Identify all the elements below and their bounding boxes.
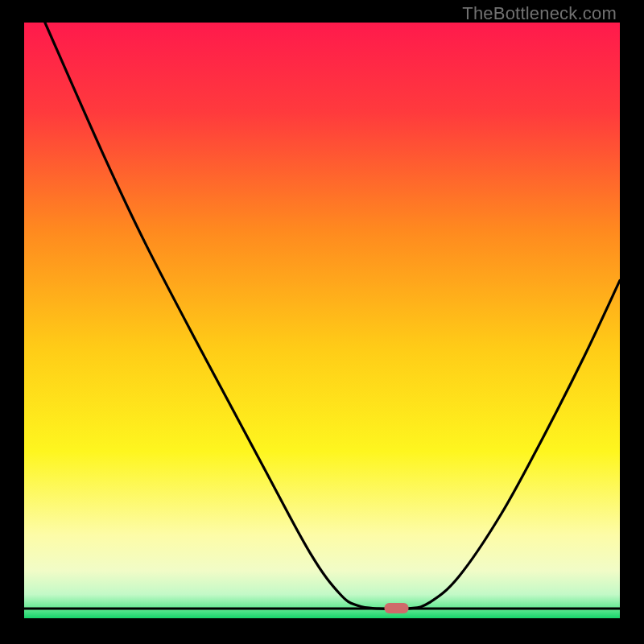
chart-background-gradient — [24, 23, 620, 618]
chart-plot-area — [24, 23, 620, 618]
optimal-marker — [385, 603, 409, 613]
chart-svg — [24, 23, 620, 618]
watermark-text: TheBottleneck.com — [462, 3, 617, 24]
